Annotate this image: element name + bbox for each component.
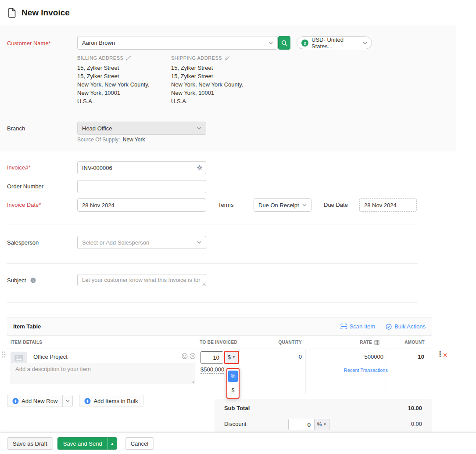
customer-search-button[interactable] <box>278 36 290 50</box>
plus-circle-icon <box>12 398 19 404</box>
subject-label: Subject <box>7 277 36 284</box>
edit-shipping-address-icon[interactable] <box>225 56 229 61</box>
item-table-header: Item Table Scan Item Bulk Actions <box>7 317 432 336</box>
add-new-row-dropdown-button[interactable] <box>62 395 73 407</box>
terms-select[interactable]: Due On Receipt <box>254 198 311 212</box>
drag-handle-icon[interactable] <box>2 351 6 358</box>
terms-label: Terms <box>218 202 233 208</box>
amount-value: 10 <box>418 353 424 360</box>
shipping-address-line: U.S.A. <box>171 97 263 105</box>
plus-circle-icon <box>84 398 91 404</box>
unit-option-dollar[interactable]: $ <box>228 385 238 396</box>
source-of-supply: Source Of Supply: New York <box>77 137 145 143</box>
discount-amount-value: 0.00 <box>411 421 422 427</box>
due-date-label: Due Date <box>324 202 348 208</box>
order-number-input[interactable] <box>77 180 206 193</box>
page-header: New Invoice <box>0 0 476 25</box>
column-item-details: ITEM DETAILS <box>7 340 196 345</box>
divider <box>7 302 418 303</box>
source-of-supply-value: New York <box>123 137 145 143</box>
unit-selected-value: $ <box>228 354 231 360</box>
invoice-number-label: Invoice#* <box>7 164 30 171</box>
invoiced-amount-value[interactable]: $500,000.00 <box>200 366 224 374</box>
billing-address-heading: BILLING ADDRESS <box>77 55 123 61</box>
order-number-field <box>77 180 206 193</box>
customer-name-value: Aaron Brown <box>82 40 115 46</box>
billing-address-line: U.S.A. <box>77 97 169 105</box>
terms-value: Due On Receipt <box>258 202 299 209</box>
discount-input[interactable] <box>288 419 315 430</box>
billing-address-line: 15, Zylker Street <box>77 64 169 72</box>
add-new-row-button[interactable]: Add New Row <box>7 395 63 407</box>
discount-unit-button[interactable]: % ▼ <box>315 419 329 430</box>
subject-textarea[interactable] <box>77 274 206 286</box>
item-table-section: Item Table Scan Item Bulk Actions ITEM D… <box>7 317 432 394</box>
due-date-field <box>359 198 417 212</box>
item-name[interactable]: Office Project <box>33 353 68 360</box>
chevron-down-icon <box>197 127 201 130</box>
check-circle-icon <box>386 324 392 330</box>
add-row-bar: Add New Row Add Items in Bulk <box>7 395 143 407</box>
due-date-input[interactable] <box>359 198 417 212</box>
invoice-date-field <box>77 198 206 212</box>
chevron-down-icon <box>302 204 307 206</box>
branch-label: Branch <box>7 125 25 132</box>
bulk-actions-button[interactable]: Bulk Actions <box>386 323 426 330</box>
customer-name-label: Customer Name* <box>7 40 51 47</box>
search-icon <box>281 40 287 46</box>
subject-label-text: Subject <box>7 277 26 284</box>
bulk-actions-label: Bulk Actions <box>394 323 426 330</box>
add-new-row-label: Add New Row <box>21 398 57 404</box>
save-as-draft-button[interactable]: Save as Draft <box>7 437 53 450</box>
divider <box>196 349 196 394</box>
save-and-send-dropdown-button[interactable]: ▲ <box>107 437 117 450</box>
customer-name-select[interactable]: Aaron Brown <box>77 36 278 50</box>
delete-row-icon[interactable]: ✕ <box>443 352 448 358</box>
invoice-number-field <box>77 161 206 174</box>
unit-option-percent[interactable]: % <box>228 371 238 382</box>
to-be-invoiced-input[interactable] <box>200 351 223 364</box>
gear-icon[interactable] <box>197 165 203 171</box>
edit-billing-address-icon[interactable] <box>126 56 131 61</box>
currency-value: USD- United States... <box>311 36 360 50</box>
billing-address-line: New York, 10001 <box>77 89 169 97</box>
recent-transactions-link[interactable]: Recent Transactions <box>344 368 388 373</box>
branch-select[interactable]: Head Office <box>77 122 206 135</box>
shipping-address-line: New York, New York County, <box>171 80 263 89</box>
info-icon[interactable] <box>30 277 36 283</box>
footer-action-bar: Save as Draft Save and Send ▲ Cancel <box>0 432 476 454</box>
rate-value[interactable]: 500000 <box>365 353 383 360</box>
column-rate-label: RATE <box>360 340 372 345</box>
cancel-button[interactable]: Cancel <box>125 437 154 450</box>
divider <box>7 224 418 224</box>
chevron-down-icon <box>197 241 201 244</box>
scan-item-button[interactable]: Scan Item <box>340 323 376 330</box>
caret-down-icon: ▼ <box>323 423 326 426</box>
source-of-supply-label: Source Of Supply: <box>77 137 120 143</box>
branch-value: Head Office <box>82 125 112 132</box>
salesperson-select[interactable]: Select or Add Salesperson <box>77 236 206 249</box>
invoice-number-input[interactable] <box>77 161 206 174</box>
invoice-date-label: Invoice Date* <box>7 202 41 208</box>
shipping-address-line: 15, Zylker Street <box>171 64 263 72</box>
clear-item-icon[interactable] <box>190 353 196 359</box>
item-table-title: Item Table <box>13 323 41 330</box>
billing-address-line: 15, Zylker Street <box>77 72 169 80</box>
smiley-icon[interactable] <box>182 353 188 359</box>
svg-text:$: $ <box>304 41 306 45</box>
quantity-value[interactable]: 0 <box>299 353 302 360</box>
customer-section: Customer Name* Aaron Brown $ USD- United… <box>0 25 456 151</box>
column-amount: AMOUNT <box>386 340 432 345</box>
item-description-textarea[interactable] <box>11 363 195 384</box>
caret-up-icon: ▲ <box>111 442 114 446</box>
add-items-in-bulk-button[interactable]: Add Items in Bulk <box>79 395 143 407</box>
sub-total-value: 10.00 <box>408 405 422 411</box>
divider <box>240 349 240 394</box>
currency-select[interactable]: $ USD- United States... <box>297 36 372 49</box>
bulk-rate-update-icon[interactable] <box>374 340 379 345</box>
unit-select-button[interactable]: $ ▼ <box>224 351 239 364</box>
invoice-date-input[interactable] <box>77 198 206 212</box>
save-and-send-button[interactable]: Save and Send <box>57 437 107 450</box>
currency-icon: $ <box>301 40 308 47</box>
scan-item-label: Scan Item <box>350 323 376 330</box>
